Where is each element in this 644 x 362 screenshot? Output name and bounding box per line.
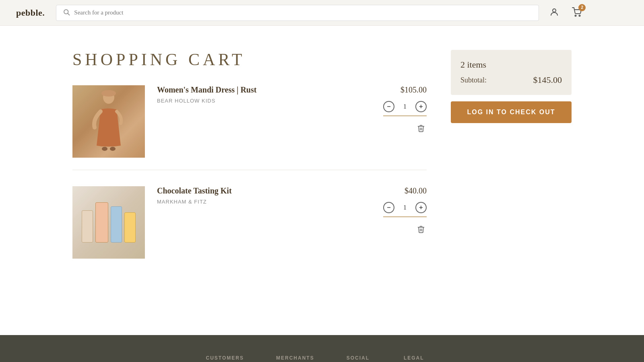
main-content: SHOPPING CART bbox=[40, 26, 604, 319]
order-summary: 2 items Subtotal: $145.00 LOG IN TO CHEC… bbox=[451, 50, 572, 287]
footer-heading-merchants: MERCHANTS bbox=[276, 355, 314, 361]
delete-item-button[interactable] bbox=[415, 123, 427, 136]
footer-columns: CUSTOMERS Log in Sign up Blog MERCHANTS … bbox=[32, 355, 612, 362]
cart-section: SHOPPING CART bbox=[72, 50, 427, 287]
footer-col-legal: LEGAL Privacy policy Terms of use Credit… bbox=[404, 355, 438, 362]
increase-quantity-button[interactable]: + bbox=[415, 202, 427, 213]
item-name: Chocolate Tasting Kit bbox=[157, 186, 366, 195]
decrease-quantity-button[interactable]: − bbox=[383, 101, 394, 112]
svg-point-7 bbox=[102, 147, 107, 151]
logo[interactable]: pebble. bbox=[16, 8, 45, 18]
item-image bbox=[72, 85, 145, 158]
footer-col-customers: CUSTOMERS Log in Sign up Blog bbox=[206, 355, 244, 362]
footer-heading-customers: CUSTOMERS bbox=[206, 355, 244, 361]
logo-text: pebble. bbox=[16, 8, 45, 18]
footer-col-social: SOCIAL Instagram Facebook LinkedIn YouTu… bbox=[347, 355, 372, 362]
header-actions: 2 bbox=[547, 6, 584, 20]
cart-item: Women's Mandi Dress | Rust Bear Hollow K… bbox=[72, 85, 427, 170]
footer-heading-legal: LEGAL bbox=[404, 355, 438, 361]
item-name: Women's Mandi Dress | Rust bbox=[157, 85, 366, 95]
svg-point-8 bbox=[110, 147, 116, 151]
cart-badge: 2 bbox=[578, 4, 586, 11]
subtotal-value: $145.00 bbox=[533, 75, 562, 85]
item-image bbox=[72, 186, 145, 259]
svg-point-0 bbox=[64, 10, 68, 14]
checkout-button[interactable]: LOG IN TO CHECK OUT bbox=[451, 101, 572, 123]
trash-icon bbox=[417, 227, 425, 235]
svg-point-4 bbox=[579, 15, 580, 16]
decrease-quantity-button[interactable]: − bbox=[383, 202, 394, 213]
account-button[interactable] bbox=[547, 6, 561, 20]
quantity-value: 1 bbox=[401, 103, 409, 110]
item-controls: $40.00 − 1 + bbox=[378, 186, 427, 237]
item-brand: MARKHAM & FITZ bbox=[157, 199, 366, 205]
subtotal-label: Subtotal: bbox=[460, 76, 487, 84]
search-icon bbox=[63, 8, 70, 17]
quantity-value: 1 bbox=[401, 204, 409, 211]
footer-col-merchants: MERCHANTS Sell on Pebble Support bbox=[276, 355, 314, 362]
item-controls: $105.00 − 1 + bbox=[378, 85, 427, 136]
item-brand: Bear Hollow Kids bbox=[157, 98, 366, 104]
svg-line-1 bbox=[68, 13, 70, 15]
item-details: Chocolate Tasting Kit MARKHAM & FITZ bbox=[145, 186, 378, 205]
search-input[interactable] bbox=[74, 9, 532, 16]
quantity-control: − 1 + bbox=[383, 202, 427, 217]
item-price: $40.00 bbox=[405, 186, 427, 195]
increase-quantity-button[interactable]: + bbox=[415, 101, 427, 112]
svg-point-3 bbox=[575, 15, 576, 16]
quantity-control: − 1 + bbox=[383, 101, 427, 116]
search-bar bbox=[56, 5, 539, 21]
item-price: $105.00 bbox=[400, 85, 427, 95]
trash-icon bbox=[417, 126, 425, 134]
svg-point-6 bbox=[101, 90, 116, 97]
cart-button[interactable]: 2 bbox=[570, 6, 584, 20]
header: pebble. bbox=[0, 0, 644, 26]
footer: CUSTOMERS Log in Sign up Blog MERCHANTS … bbox=[0, 335, 644, 362]
cart-item: Chocolate Tasting Kit MARKHAM & FITZ $40… bbox=[72, 186, 427, 271]
footer-heading-social: SOCIAL bbox=[347, 355, 372, 361]
svg-point-2 bbox=[553, 9, 556, 12]
account-icon bbox=[549, 7, 559, 18]
page-title: SHOPPING CART bbox=[72, 50, 427, 69]
item-details: Women's Mandi Dress | Rust Bear Hollow K… bbox=[145, 85, 378, 104]
summary-subtotal-row: Subtotal: $145.00 bbox=[460, 75, 562, 85]
summary-items-count: 2 items bbox=[460, 60, 562, 70]
summary-box: 2 items Subtotal: $145.00 bbox=[451, 50, 572, 95]
delete-item-button[interactable] bbox=[415, 224, 427, 237]
